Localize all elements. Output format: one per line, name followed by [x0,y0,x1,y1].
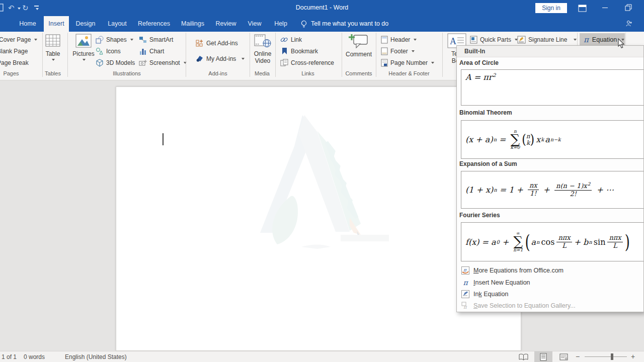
watermark-logo [242,112,408,258]
zoom-in-button[interactable]: + [631,352,635,360]
pictures-icon [75,34,92,48]
my-addins-button[interactable]: My Add-ins [196,54,245,63]
word-count[interactable]: 0 words [24,353,45,360]
smartart-button[interactable]: SmartArt [139,35,173,44]
page-number-icon [381,59,388,67]
dropdown-caret-icon [34,39,37,41]
link-button[interactable]: Link [280,35,302,44]
menu-item-more-equations[interactable]: π More Equations from Office.com [457,264,643,276]
blank-page-button[interactable]: Blank Page [0,47,28,55]
tab-review[interactable]: Review [211,16,241,32]
page-break-button[interactable]: Page Break [0,58,29,67]
group-label-illustrations: Illustrations [113,70,141,76]
tab-insert[interactable]: Insert [44,16,69,32]
group-label-addins: Add-ins [208,70,227,76]
zoom-slider-thumb[interactable] [611,353,613,360]
online-video-button[interactable]: Online Video [253,33,273,65]
gallery-item-title: Area of Circle [459,59,499,66]
gallery-item-title: Binomial Theorem [459,109,512,116]
tab-file[interactable]: File [0,16,4,32]
svg-text:A: A [450,36,456,46]
print-layout-button[interactable] [534,351,552,362]
zoom-out-button[interactable]: − [576,352,580,360]
dropdown-caret-icon [414,39,417,41]
icons-button[interactable]: Icons [96,47,121,55]
page-number-button[interactable]: Page Number [381,58,434,67]
svg-text:π: π [463,304,467,310]
pi-icon: π [461,279,469,287]
tab-mailings[interactable]: Mailings [176,16,210,32]
header-button[interactable]: Header [381,35,417,44]
language-status[interactable]: English (United States) [65,353,127,360]
tab-home[interactable]: Home [14,16,42,32]
3d-models-button[interactable]: 3D Models [96,58,135,67]
camera-icon [139,59,147,67]
gallery-item-title: Fourier Series [459,212,500,219]
dropdown-caret-icon [83,59,86,61]
cross-reference-icon [280,59,288,67]
gallery-item-binomial-theorem[interactable]: (x + a)n = n∑k=0 ( nk ) xk an−k [461,120,644,159]
minimize-button[interactable] [602,8,608,8]
get-addins-button[interactable]: Get Add-ins [196,39,238,47]
menu-item-ink-equation[interactable]: Ink Equation [457,288,643,300]
sign-in-button[interactable]: Sign in [535,3,567,13]
gallery-item-title: Expansion of a Sum [459,160,517,167]
gallery-item-fourier-series[interactable]: f(x) = a0 + ∞∑n=1 ( an cos nπxL + bn sin… [461,222,644,261]
gallery-item-area-of-circle[interactable]: A = πr2 [461,69,644,106]
read-mode-button[interactable] [514,351,532,362]
pictures-button[interactable]: Pictures [72,34,95,61]
status-bar: 1 of 1 0 words English (United States) −… [0,351,644,362]
get-addins-icon [196,39,204,47]
title-bar: ↶ ↻ Document1 - Word Sign in [0,0,644,16]
dropdown-caret-icon [412,50,415,52]
tab-view[interactable]: View [242,16,267,32]
gallery-item-expansion-of-a-sum[interactable]: (1 + x)n = 1 + nx1! + n(n − 1)x22! + ⋯ [461,171,644,209]
lightbulb-icon [301,20,307,28]
group-label-media: Media [255,70,270,76]
table-icon [45,34,60,47]
ink-equation-icon [461,290,469,298]
print-layout-icon [540,353,547,361]
group-label-comments: Comments [345,70,372,76]
cover-page-button[interactable]: Cover Page [0,35,37,44]
zoom-slider-track[interactable] [585,356,627,357]
comment-icon [349,34,369,49]
cube-icon [96,59,104,67]
web-layout-button[interactable] [554,351,573,362]
cross-reference-button[interactable]: Cross-reference [280,58,334,67]
screenshot-button[interactable]: Screenshot [139,58,187,67]
shapes-button[interactable]: Shapes [96,35,133,44]
comment-button[interactable]: Comment [347,34,371,58]
quick-parts-button[interactable]: Quick Parts [470,35,518,44]
group-label-links: Links [301,70,314,76]
dropdown-caret-icon [130,39,133,41]
tab-layout[interactable]: Layout [102,16,132,32]
bookmark-button[interactable]: Bookmark [280,47,318,55]
save-gallery-icon: π [461,302,469,310]
group-label-header-footer: Header & Footer [388,70,429,76]
shapes-icon [96,36,104,44]
read-mode-icon [519,353,528,360]
tell-me-box[interactable]: Tell me what you want to do [311,16,388,32]
group-label-pages: Pages [3,70,19,76]
menu-item-insert-new-equation[interactable]: π Insert New Equation [457,277,643,288]
table-button[interactable]: Table [43,34,62,61]
tab-help[interactable]: Help [268,16,293,32]
signature-line-button[interactable]: Signature Line [517,35,577,44]
ribbon-display-options-icon[interactable] [578,5,587,12]
online-video-icon [254,33,271,48]
share-button[interactable]: Share [626,16,644,32]
my-addins-icon [196,55,204,63]
chart-icon [139,47,147,55]
more-equations-icon: π [461,266,469,275]
footer-button[interactable]: Footer [381,47,415,55]
page-count[interactable]: 1 of 1 [2,353,17,360]
equation-gallery-dropdown: Built-In Area of Circle A = πr2 Binomial… [456,45,644,312]
icons-icon [96,47,104,55]
chart-button[interactable]: Chart [139,47,164,55]
tab-design[interactable]: Design [70,16,101,32]
restore-button[interactable] [625,4,632,11]
tab-references[interactable]: References [133,16,175,32]
web-layout-icon [559,353,568,360]
group-label-tables: Tables [45,70,61,76]
